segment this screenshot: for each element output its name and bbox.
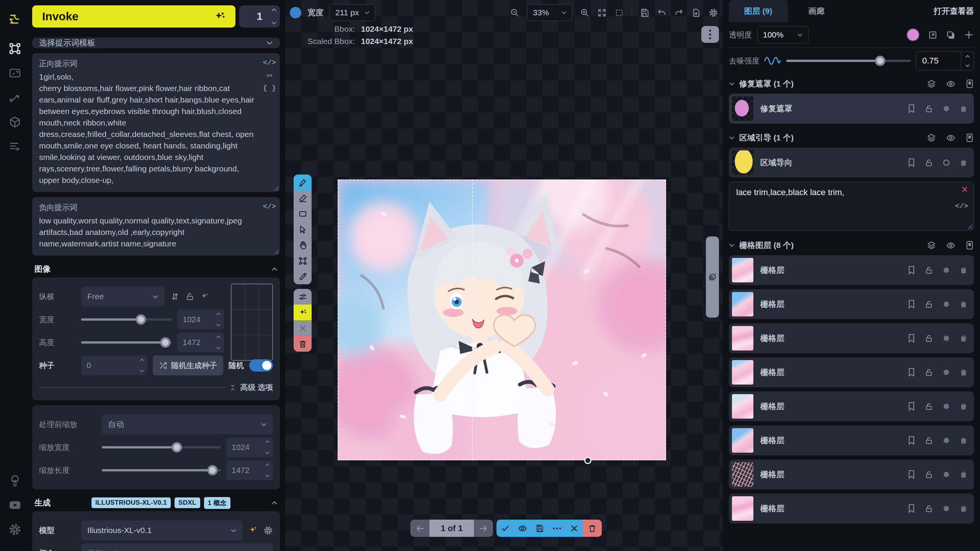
aspect-select[interactable]: Free (81, 287, 165, 306)
rect-tool[interactable] (294, 206, 312, 222)
lock-icon[interactable] (924, 158, 933, 167)
delete-layer-icon[interactable] (959, 104, 968, 113)
enabled-dot-icon[interactable] (942, 437, 950, 444)
zoom-out-icon[interactable] (510, 8, 519, 18)
height-slider[interactable] (81, 341, 172, 344)
inpaint-section-header[interactable]: 修复遮罩 (1 个) (729, 74, 974, 94)
bookmark-icon[interactable] (908, 368, 915, 377)
pan-tool[interactable] (294, 237, 312, 253)
regional-section-header[interactable]: 区域引导 (1 个) (729, 128, 974, 148)
add-layer-icon[interactable] (964, 30, 974, 40)
invoke-button[interactable]: Invoke (32, 5, 235, 28)
raster-layer-row[interactable]: 栅格层 (729, 494, 974, 523)
tab-layers[interactable]: 图层 (9) (729, 0, 788, 22)
brush-color-swatch[interactable] (290, 7, 301, 18)
delete-layer-icon[interactable] (959, 266, 968, 274)
advanced-options-row[interactable]: 高级 选项 (39, 382, 273, 393)
bbox-bottom-handle[interactable] (584, 457, 591, 464)
enabled-dot-icon[interactable] (942, 300, 950, 308)
width-slider[interactable] (81, 318, 172, 321)
delete-layer-icon[interactable] (959, 300, 968, 308)
lock-aspect-icon[interactable] (185, 292, 194, 301)
delete-layer-icon[interactable] (959, 334, 968, 342)
enabled-dot-icon[interactable] (942, 105, 950, 112)
resize-handle[interactable] (966, 223, 972, 229)
eyedropper-tool[interactable] (294, 269, 312, 284)
merge-layers-icon[interactable] (927, 241, 936, 250)
randomize-seed-button[interactable]: 随机生成种子 (153, 355, 223, 375)
delete-layer-icon[interactable] (959, 470, 968, 479)
iterations-arrows[interactable] (271, 8, 277, 25)
resize-handle[interactable] (273, 185, 278, 191)
delete-layer-icon[interactable] (959, 504, 968, 513)
crop-to-bbox-icon[interactable] (965, 241, 974, 250)
stepper-arrows[interactable] (216, 312, 221, 327)
prompt-template-select[interactable]: 选择提示词模板 (32, 37, 280, 48)
denoise-input[interactable]: 0.75 (916, 51, 974, 70)
lora-select[interactable]: 添加 LoRA (81, 543, 273, 551)
zoom-level-select[interactable]: 33% (527, 4, 572, 21)
scaled-height-input[interactable]: 1472 (226, 460, 273, 480)
code-icon[interactable]: </> (263, 202, 276, 211)
lock-icon[interactable] (924, 402, 933, 411)
bookmark-icon[interactable] (908, 300, 915, 309)
crop-to-bbox-icon[interactable] (965, 133, 974, 142)
bookmark-icon[interactable] (908, 334, 915, 343)
delete-tool[interactable] (294, 336, 312, 352)
invoke-sparkle-tool[interactable] (294, 305, 312, 320)
optimize-size-sparkle-icon[interactable] (200, 292, 209, 301)
merge-layers-icon[interactable] (927, 133, 936, 142)
open-viewer-link[interactable]: 打开查看器 (934, 6, 974, 16)
generated-image[interactable] (338, 179, 666, 460)
bookmark-icon[interactable] (908, 504, 915, 513)
redo-icon[interactable] (674, 8, 684, 18)
generation-section-header[interactable]: 生成 ILLUSTRIOUS-XL-V0.1 SDXL 1 概念 (32, 494, 280, 511)
scaled-height-slider[interactable] (102, 469, 221, 471)
model-select[interactable]: Illustrious-XL-v0.1 (81, 520, 243, 540)
negative-prompt-input[interactable]: low quality,worst quality,normal quality… (39, 215, 262, 249)
brush-width-select[interactable]: 211 px (330, 4, 376, 21)
lock-icon[interactable] (924, 504, 933, 513)
discard-button[interactable] (565, 520, 583, 537)
enabled-dot-icon[interactable] (942, 266, 950, 274)
bookmark-icon[interactable] (908, 158, 915, 167)
opacity-select[interactable]: 100% (757, 26, 808, 44)
scaled-width-input[interactable]: 1024 (226, 437, 273, 457)
enabled-dot-icon[interactable] (942, 334, 950, 342)
staging-area-handle[interactable] (706, 236, 719, 318)
transform-tool[interactable] (294, 253, 312, 269)
width-input[interactable]: 1024 (177, 310, 224, 329)
link-icon[interactable] (266, 72, 273, 79)
braces-icon[interactable]: { } (263, 84, 276, 92)
nav-workflows-tab[interactable] (8, 90, 22, 105)
zoom-in-icon[interactable] (580, 8, 590, 18)
lock-icon[interactable] (924, 368, 933, 377)
delete-layer-icon[interactable] (959, 436, 968, 445)
fit-layer-icon[interactable] (928, 30, 938, 40)
raster-layer-row[interactable]: 栅格层 (729, 460, 974, 489)
raster-section-header[interactable]: 栅格图层 (8 个) (729, 235, 974, 255)
cancel-tool[interactable] (294, 320, 312, 336)
tab-gallery[interactable]: 画廊 (788, 0, 845, 22)
accept-button[interactable] (497, 520, 514, 537)
discard-all-button[interactable] (583, 520, 602, 537)
visibility-eye-icon[interactable] (946, 79, 956, 89)
raster-layer-row[interactable]: 栅格层 (729, 323, 974, 353)
settings-gear-icon[interactable] (8, 522, 22, 537)
enabled-dot-icon[interactable] (942, 159, 950, 166)
stepper-arrows[interactable] (265, 463, 270, 478)
fit-to-view-icon[interactable] (597, 8, 607, 18)
raster-layer-row[interactable]: 栅格层 (729, 289, 974, 319)
bookmark-icon[interactable] (908, 104, 915, 113)
youtube-icon[interactable] (8, 498, 22, 512)
model-settings-gear-icon[interactable] (263, 526, 273, 535)
raster-layer-row[interactable]: 栅格层 (729, 391, 974, 421)
canvas-menu-button[interactable] (701, 26, 719, 43)
bbox-left-edge[interactable] (472, 179, 473, 460)
lock-icon[interactable] (924, 300, 933, 309)
stepper-arrows[interactable] (216, 335, 221, 350)
save-to-gallery-button[interactable] (531, 520, 548, 537)
lock-icon[interactable] (924, 266, 933, 275)
tips-lightbulb-icon[interactable] (8, 473, 22, 488)
height-input[interactable]: 1472 (177, 333, 224, 352)
